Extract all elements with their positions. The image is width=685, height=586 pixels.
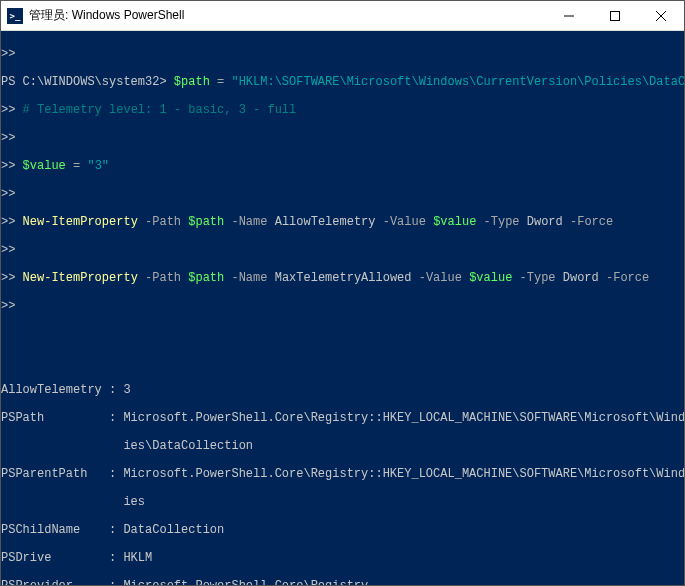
command-line: PS C:\WINDOWS\system32> $path = "HKLM:\S… [1, 75, 684, 89]
command-line: >> New-ItemProperty -Path $path -Name Ma… [1, 271, 684, 285]
cont-prompt: >> [1, 47, 684, 61]
cont-prompt: >> [1, 299, 684, 313]
svg-rect-1 [611, 11, 620, 20]
cont-prompt: >> [1, 243, 684, 257]
output-line: PSParentPath : Microsoft.PowerShell.Core… [1, 467, 684, 481]
powershell-window: >_ 管理员: Windows PowerShell >> PS C:\WIND… [0, 0, 685, 586]
command-line: >> New-ItemProperty -Path $path -Name Al… [1, 215, 684, 229]
cont-prompt: >> [1, 131, 684, 145]
cont-prompt: >> [1, 187, 684, 201]
maximize-button[interactable] [592, 1, 638, 30]
output-line: ies [1, 495, 684, 509]
blank-line [1, 327, 684, 341]
console-area[interactable]: >> PS C:\WINDOWS\system32> $path = "HKLM… [1, 31, 684, 585]
output-line: PSDrive : HKLM [1, 551, 684, 565]
close-icon [656, 11, 666, 21]
window-controls [546, 1, 684, 30]
maximize-icon [610, 11, 620, 21]
window-title: 管理员: Windows PowerShell [29, 7, 546, 24]
output-line: PSProvider : Microsoft.PowerShell.Core\R… [1, 579, 684, 585]
minimize-icon [564, 11, 574, 21]
powershell-icon: >_ [7, 8, 23, 24]
blank-line [1, 355, 684, 369]
command-line: >> # Telemetry level: 1 - basic, 3 - ful… [1, 103, 684, 117]
output-line: PSPath : Microsoft.PowerShell.Core\Regis… [1, 411, 684, 425]
output-line: AllowTelemetry : 3 [1, 383, 684, 397]
close-button[interactable] [638, 1, 684, 30]
command-line: >> $value = "3" [1, 159, 684, 173]
powershell-icon-glyph: >_ [10, 11, 21, 21]
output-line: PSChildName : DataCollection [1, 523, 684, 537]
minimize-button[interactable] [546, 1, 592, 30]
titlebar[interactable]: >_ 管理员: Windows PowerShell [1, 1, 684, 31]
output-line: ies\DataCollection [1, 439, 684, 453]
